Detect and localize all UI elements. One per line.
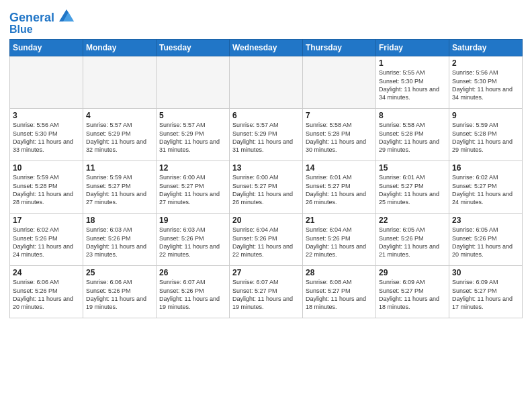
day-number: 24 (13, 268, 80, 277)
week-row-5: 24Sunrise: 6:06 AMSunset: 5:26 PMDayligh… (10, 266, 523, 318)
day-info: Sunrise: 5:57 AMSunset: 5:29 PMDaylight:… (159, 121, 226, 154)
header: General Blue (9, 7, 523, 35)
day-number: 1 (379, 58, 446, 68)
calendar-cell (303, 56, 376, 109)
week-row-4: 17Sunrise: 6:02 AMSunset: 5:26 PMDayligh… (10, 214, 523, 266)
calendar-cell: 18Sunrise: 6:03 AMSunset: 5:26 PMDayligh… (83, 214, 157, 266)
calendar-cell: 10Sunrise: 5:59 AMSunset: 5:28 PMDayligh… (10, 161, 83, 214)
day-number: 19 (159, 216, 226, 225)
calendar-cell: 19Sunrise: 6:03 AMSunset: 5:26 PMDayligh… (157, 214, 230, 266)
calendar-table: SundayMondayTuesdayWednesdayThursdayFrid… (9, 39, 523, 318)
calendar-cell: 17Sunrise: 6:02 AMSunset: 5:26 PMDayligh… (10, 214, 83, 266)
page-container: General Blue SundayMondayTuesdayWednesda… (0, 0, 532, 322)
weekday-header-tuesday: Tuesday (157, 40, 230, 56)
day-info: Sunrise: 5:58 AMSunset: 5:28 PMDaylight:… (306, 121, 373, 154)
calendar-cell: 13Sunrise: 6:00 AMSunset: 5:27 PMDayligh… (230, 161, 303, 214)
day-info: Sunrise: 5:59 AMSunset: 5:28 PMDaylight:… (452, 121, 519, 154)
day-number: 20 (232, 216, 300, 225)
day-number: 3 (13, 111, 80, 120)
day-number: 21 (306, 216, 373, 225)
day-info: Sunrise: 5:56 AMSunset: 5:30 PMDaylight:… (13, 121, 80, 154)
calendar-cell (157, 56, 230, 109)
day-info: Sunrise: 6:06 AMSunset: 5:26 PMDaylight:… (86, 278, 153, 311)
day-info: Sunrise: 6:05 AMSunset: 5:26 PMDaylight:… (452, 226, 519, 259)
calendar-cell: 30Sunrise: 6:09 AMSunset: 5:27 PMDayligh… (449, 266, 523, 318)
day-number: 14 (306, 163, 373, 173)
day-info: Sunrise: 6:03 AMSunset: 5:26 PMDaylight:… (159, 226, 226, 259)
day-info: Sunrise: 6:09 AMSunset: 5:27 PMDaylight:… (379, 278, 446, 311)
weekday-header-row: SundayMondayTuesdayWednesdayThursdayFrid… (10, 40, 523, 56)
calendar-cell: 28Sunrise: 6:08 AMSunset: 5:27 PMDayligh… (303, 266, 376, 318)
day-number: 13 (232, 163, 300, 173)
day-info: Sunrise: 6:00 AMSunset: 5:27 PMDaylight:… (159, 173, 226, 206)
calendar-cell: 20Sunrise: 6:04 AMSunset: 5:26 PMDayligh… (230, 214, 303, 266)
day-number: 22 (379, 216, 446, 225)
weekday-header-thursday: Thursday (303, 40, 376, 56)
day-info: Sunrise: 5:57 AMSunset: 5:29 PMDaylight:… (232, 121, 300, 154)
day-number: 10 (13, 163, 80, 173)
calendar-cell: 3Sunrise: 5:56 AMSunset: 5:30 PMDaylight… (10, 109, 83, 161)
week-row-1: 1Sunrise: 5:55 AMSunset: 5:30 PMDaylight… (10, 56, 523, 109)
day-number: 2 (452, 58, 519, 68)
weekday-header-friday: Friday (376, 40, 449, 56)
day-info: Sunrise: 6:09 AMSunset: 5:27 PMDaylight:… (452, 278, 519, 311)
day-number: 17 (13, 216, 80, 225)
calendar-cell: 26Sunrise: 6:07 AMSunset: 5:26 PMDayligh… (157, 266, 230, 318)
day-number: 25 (86, 268, 153, 277)
day-info: Sunrise: 6:06 AMSunset: 5:26 PMDaylight:… (13, 278, 80, 311)
day-info: Sunrise: 6:02 AMSunset: 5:26 PMDaylight:… (13, 226, 80, 259)
day-number: 6 (232, 111, 300, 120)
calendar-cell: 4Sunrise: 5:57 AMSunset: 5:29 PMDaylight… (83, 109, 157, 161)
week-row-2: 3Sunrise: 5:56 AMSunset: 5:30 PMDaylight… (10, 109, 523, 161)
weekday-header-sunday: Sunday (10, 40, 83, 56)
day-number: 11 (86, 163, 153, 173)
calendar-cell: 12Sunrise: 6:00 AMSunset: 5:27 PMDayligh… (157, 161, 230, 214)
calendar-cell: 9Sunrise: 5:59 AMSunset: 5:28 PMDaylight… (449, 109, 523, 161)
day-info: Sunrise: 6:04 AMSunset: 5:26 PMDaylight:… (306, 226, 373, 259)
logo-text: General (9, 9, 74, 25)
weekday-header-saturday: Saturday (449, 40, 523, 56)
day-number: 12 (159, 163, 226, 173)
day-number: 26 (159, 268, 226, 277)
calendar-cell: 2Sunrise: 5:56 AMSunset: 5:30 PMDaylight… (449, 56, 523, 109)
calendar-cell: 14Sunrise: 6:01 AMSunset: 5:27 PMDayligh… (303, 161, 376, 214)
logo-blue: Blue (9, 24, 74, 36)
calendar-cell: 7Sunrise: 5:58 AMSunset: 5:28 PMDaylight… (303, 109, 376, 161)
day-info: Sunrise: 5:57 AMSunset: 5:29 PMDaylight:… (86, 121, 153, 154)
calendar-cell: 24Sunrise: 6:06 AMSunset: 5:26 PMDayligh… (10, 266, 83, 318)
calendar-cell (230, 56, 303, 109)
calendar-cell: 11Sunrise: 5:59 AMSunset: 5:27 PMDayligh… (83, 161, 157, 214)
calendar-cell: 8Sunrise: 5:58 AMSunset: 5:28 PMDaylight… (376, 109, 449, 161)
day-info: Sunrise: 6:08 AMSunset: 5:27 PMDaylight:… (306, 278, 373, 311)
day-number: 5 (159, 111, 226, 120)
day-number: 27 (232, 268, 300, 277)
day-number: 29 (379, 268, 446, 277)
day-info: Sunrise: 6:00 AMSunset: 5:27 PMDaylight:… (232, 173, 300, 206)
day-info: Sunrise: 6:01 AMSunset: 5:27 PMDaylight:… (379, 173, 446, 206)
day-number: 16 (452, 163, 519, 173)
day-info: Sunrise: 6:05 AMSunset: 5:26 PMDaylight:… (379, 226, 446, 259)
day-info: Sunrise: 5:59 AMSunset: 5:28 PMDaylight:… (13, 173, 80, 206)
day-info: Sunrise: 5:58 AMSunset: 5:28 PMDaylight:… (379, 121, 446, 154)
day-number: 15 (379, 163, 446, 173)
calendar-cell: 22Sunrise: 6:05 AMSunset: 5:26 PMDayligh… (376, 214, 449, 266)
weekday-header-monday: Monday (83, 40, 157, 56)
calendar-cell: 21Sunrise: 6:04 AMSunset: 5:26 PMDayligh… (303, 214, 376, 266)
calendar-cell (83, 56, 157, 109)
week-row-3: 10Sunrise: 5:59 AMSunset: 5:28 PMDayligh… (10, 161, 523, 214)
day-info: Sunrise: 5:56 AMSunset: 5:30 PMDaylight:… (452, 68, 519, 101)
calendar-cell: 5Sunrise: 5:57 AMSunset: 5:29 PMDaylight… (157, 109, 230, 161)
day-info: Sunrise: 6:07 AMSunset: 5:26 PMDaylight:… (159, 278, 226, 311)
calendar-cell: 6Sunrise: 5:57 AMSunset: 5:29 PMDaylight… (230, 109, 303, 161)
calendar-cell (10, 56, 83, 109)
calendar-cell: 29Sunrise: 6:09 AMSunset: 5:27 PMDayligh… (376, 266, 449, 318)
day-info: Sunrise: 5:59 AMSunset: 5:27 PMDaylight:… (86, 173, 153, 206)
day-number: 7 (306, 111, 373, 120)
day-info: Sunrise: 6:01 AMSunset: 5:27 PMDaylight:… (306, 173, 373, 206)
calendar-cell: 1Sunrise: 5:55 AMSunset: 5:30 PMDaylight… (376, 56, 449, 109)
calendar-cell: 23Sunrise: 6:05 AMSunset: 5:26 PMDayligh… (449, 214, 523, 266)
day-number: 28 (306, 268, 373, 277)
day-info: Sunrise: 6:07 AMSunset: 5:27 PMDaylight:… (232, 278, 300, 311)
weekday-header-wednesday: Wednesday (230, 40, 303, 56)
day-number: 4 (86, 111, 153, 120)
